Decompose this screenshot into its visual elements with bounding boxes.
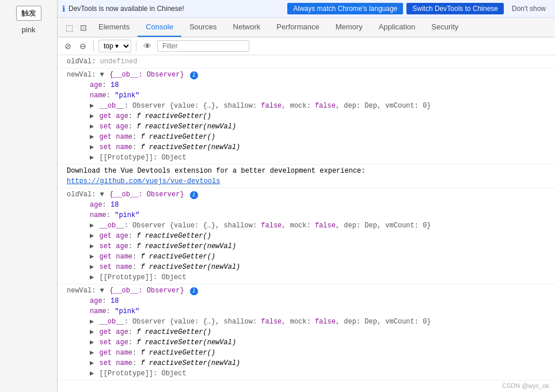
console-entry-oldval1: oldVal: undefined — [58, 55, 555, 68]
watermark: CSDN @wyc_ok — [502, 382, 549, 389]
expand-setname3[interactable]: ▶ — [90, 359, 94, 367]
download-message: Download the Vue Devtools extension for … — [58, 165, 555, 188]
expand-setage3[interactable]: ▶ — [90, 338, 94, 347]
pink-label: pink — [22, 25, 36, 34]
match-language-button[interactable]: Always match Chrome's language — [287, 3, 403, 14]
expand-newval2[interactable]: ▼ — [100, 287, 104, 295]
oldval2-setname: ▶ set name: f reactiveSetter(newVal) — [67, 262, 550, 272]
clear-console-button[interactable]: ⊘ — [62, 40, 74, 52]
switch-devtools-button[interactable]: Switch DevTools to Chinese — [406, 3, 504, 14]
info-badge-3[interactable]: i — [190, 287, 198, 295]
console-output: oldVal: undefined newVal: ▼ {__ob__: Obs… — [58, 55, 555, 392]
left-panel: 触发 pink — [0, 0, 58, 392]
oldval2-age: age: 18 — [67, 200, 550, 210]
newval1-setage: ▶ set age: f reactiveSetter(newVal) — [67, 121, 550, 132]
expand-setage1[interactable]: ▶ — [90, 123, 94, 131]
expand-proto2[interactable]: ▶ — [90, 273, 94, 281]
expand-ob1[interactable]: ▶ — [90, 102, 94, 110]
newval2-getname: ▶ get name: f reactiveGetter() — [67, 348, 550, 358]
oldval-text: oldVal: undefined — [67, 58, 137, 66]
trigger-button[interactable]: 触发 — [16, 6, 41, 21]
expand-proto3[interactable]: ▶ — [90, 370, 94, 378]
oldval2-getname: ▶ get name: f reactiveGetter() — [67, 252, 550, 262]
device-icon[interactable]: ⊡ — [77, 18, 90, 37]
newval2-ob: ▶ __ob__: Observer {value: {…}, shallow:… — [67, 317, 550, 327]
expand-proto1[interactable]: ▶ — [90, 154, 94, 162]
expand-getage3[interactable]: ▶ — [90, 328, 94, 336]
oldval2-setage: ▶ set age: f reactiveSetter(newVal) — [67, 241, 550, 252]
download-text: Download the Vue Devtools extension for … — [67, 167, 365, 175]
info-icon: ℹ — [62, 4, 65, 13]
oldval2-getage: ▶ get age: f reactiveGetter() — [67, 231, 550, 241]
dont-show-button[interactable]: Don't show — [507, 3, 550, 14]
toolbar-separator2 — [136, 41, 136, 51]
expand-getname2[interactable]: ▶ — [90, 253, 94, 261]
context-dropdown[interactable]: top ▾ — [98, 40, 131, 52]
oldval2-ob: ▶ __ob__: Observer {value: {…}, shallow:… — [67, 220, 550, 231]
right-panel: ℹ DevTools is now available in Chinese! … — [58, 0, 555, 392]
newval1-age: age: 18 — [67, 80, 550, 90]
expand-getage1[interactable]: ▶ — [90, 112, 94, 120]
expand-ob3[interactable]: ▶ — [90, 318, 94, 326]
info-bar-text: DevTools is now available in Chinese! — [69, 5, 284, 13]
stop-button[interactable]: ⊖ — [77, 40, 89, 52]
tab-network[interactable]: Network — [225, 18, 269, 37]
tab-memory[interactable]: Memory — [328, 18, 371, 37]
newval1-proto: ▶ [[Prototype]]: Object — [67, 153, 550, 163]
toolbar-separator — [93, 41, 94, 51]
info-badge-2[interactable]: i — [190, 191, 198, 199]
console-entry-newval2: newVal: ▼ {__ob__: Observer} i age: 18 n… — [58, 284, 555, 380]
newval2-setname: ▶ set name: f reactiveSetter(newVal) — [67, 358, 550, 368]
console-toolbar: ⊘ ⊖ top ▾ 👁 — [58, 37, 555, 55]
inspect-icon[interactable]: ⬚ — [62, 18, 77, 37]
newval1-ob: ▶ __ob__: Observer {value: {…}, shallow:… — [67, 101, 550, 111]
tab-security[interactable]: Security — [423, 18, 466, 37]
eye-icon-button[interactable]: 👁 — [141, 40, 154, 52]
expand-ob2[interactable]: ▶ — [90, 222, 94, 230]
console-entry-newval1: newVal: ▼ {__ob__: Observer} i age: 18 n… — [58, 68, 555, 165]
expand-getage2[interactable]: ▶ — [90, 232, 94, 240]
newval2-getage: ▶ get age: f reactiveGetter() — [67, 327, 550, 337]
tab-application[interactable]: Application — [371, 18, 424, 37]
expand-oldval2[interactable]: ▼ — [100, 191, 104, 199]
expand-setage2[interactable]: ▶ — [90, 242, 94, 250]
tabs-bar: ⬚ ⊡ Elements Console Sources Network Per… — [58, 18, 555, 37]
oldval2-header: oldVal: ▼ {__ob__: Observer} i — [67, 191, 198, 199]
newval1-getname: ▶ get name: f reactiveGetter() — [67, 132, 550, 142]
newval-header: newVal: ▼ {__ob__: Observer} i — [67, 71, 198, 79]
devtools-link[interactable]: https://github.com/vuejs/vue-devtools — [67, 177, 220, 185]
filter-input[interactable] — [157, 40, 249, 52]
info-badge-1[interactable]: i — [190, 71, 198, 79]
tab-elements[interactable]: Elements — [90, 18, 138, 37]
newval2-setage: ▶ set age: f reactiveSetter(newVal) — [67, 337, 550, 348]
tab-console[interactable]: Console — [138, 18, 181, 37]
oldval2-name: name: "pink" — [67, 210, 550, 220]
newval2-header: newVal: ▼ {__ob__: Observer} i — [67, 287, 198, 295]
oldval2-proto: ▶ [[Prototype]]: Object — [67, 272, 550, 283]
expand-newval1[interactable]: ▼ — [100, 71, 104, 79]
newval2-age: age: 18 — [67, 296, 550, 306]
newval1-getage: ▶ get age: f reactiveGetter() — [67, 111, 550, 121]
expand-getname3[interactable]: ▶ — [90, 349, 94, 357]
newval2-name: name: "pink" — [67, 306, 550, 317]
newval2-proto: ▶ [[Prototype]]: Object — [67, 368, 550, 379]
newval1-setname: ▶ set name: f reactiveSetter(newVal) — [67, 142, 550, 153]
console-entry-oldval2: oldVal: ▼ {__ob__: Observer} i age: 18 n… — [58, 188, 555, 284]
info-bar: ℹ DevTools is now available in Chinese! … — [58, 0, 555, 18]
expand-setname2[interactable]: ▶ — [90, 263, 94, 271]
tab-sources[interactable]: Sources — [181, 18, 225, 37]
tab-performance[interactable]: Performance — [268, 18, 327, 37]
expand-setname1[interactable]: ▶ — [90, 143, 94, 151]
newval1-name: name: "pink" — [67, 90, 550, 101]
expand-getname1[interactable]: ▶ — [90, 133, 94, 141]
